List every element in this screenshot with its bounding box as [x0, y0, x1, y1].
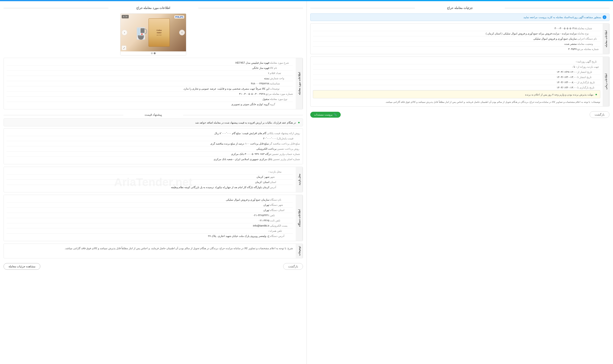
location-content: محل بازدید: - شهر: شهر: کرمان استان: است…	[4, 167, 296, 192]
svg-point-4	[141, 33, 143, 35]
description-section: توضیحات شرح: با توجه به اعلام مشخصات و ت…	[3, 244, 303, 258]
item-details-content: شرح مورد معامله: قهوه ساز فیلیپس مدل HD7…	[4, 58, 296, 109]
left-buttons-row: بازگشت 📎 پروست مستندات	[310, 109, 610, 120]
price-notice: ● در هنگام عقد قرارداد، مالیات بر ارزش ا…	[3, 118, 303, 126]
price-section: روش ارائه پیشنهاد قیمت پلکانی: گام های ا…	[3, 128, 303, 164]
device-info-label: اطلاعات دستگاه	[296, 195, 303, 241]
item-details-section: اطلاعات مورد معامله شرح مورد معامله: قهو…	[3, 58, 303, 109]
product-image-inner: Coffeemaker HD7457	[120, 14, 186, 52]
price-row-4: روش پرداخت تضمین: پرداخت الکترونیکی	[7, 146, 300, 152]
item-row-2: نام کالا: قهوه ساز خانگی	[7, 65, 293, 71]
location-row-3: استان: استان: کرمان	[7, 180, 293, 185]
time-notice: ● مهلت پذیرش برنده بودن و واریز وجه ۷ رو…	[313, 90, 600, 98]
bullet-icon: ●	[595, 92, 597, 96]
item-row-3: تعداد اقلام: ۱	[7, 71, 293, 76]
image-prev-button[interactable]: ‹	[122, 30, 127, 35]
price-row-5: شماره حساب واریز تضمین: درگاه ۳۰۰۰۰۵۰۹۳۷…	[7, 152, 300, 157]
location-row-4: آدرس: کرمان بلوارگاه بازگاه کار امام بعد…	[7, 185, 293, 190]
dot-1	[154, 52, 156, 54]
price-row-3: مبلغ قابل پرداخت مناقصه گر: مبلغ قابل پر…	[7, 141, 300, 146]
expand-image-button[interactable]: ⤢	[122, 46, 126, 50]
item-row-4: واحد شمارش: بسته	[7, 76, 293, 81]
time-row-3: تاریخ انتشار از: ۱۴۰۳/۰۶/۲۷-۱۲:۰۰	[313, 70, 600, 75]
trans-row-1: شماره معامله: ۳۰۰-۳۰۰۵۰۵۰۵۰۳۱۸	[313, 26, 600, 31]
svg-rect-1	[137, 28, 140, 35]
time-row-4: تاریخ انتشار تا: ۱۴۰۳/۰۶/۳۰-۱۴:۰۰	[313, 75, 600, 80]
trans-row-3: نام دستگاه اجرایی: سازمان جمع آوری و فرو…	[313, 36, 600, 41]
right-panel: اطلاعات مورد معامله حراج ۲ / ۲ PHILIPS C…	[0, 1, 307, 364]
detail-button[interactable]: مشاهده جزئیات معامله	[3, 263, 40, 270]
item-details-label: اطلاعات مورد معامله	[296, 58, 303, 109]
image-next-button[interactable]: ›	[179, 30, 185, 35]
price-section-title: پیشنهاد قیمت	[3, 112, 303, 118]
transaction-label: اطلاعات معامله	[603, 24, 609, 54]
device-row-8: آدرس دستگاه: خ. ولیعصر روبروی پارک ملت خ…	[7, 234, 293, 239]
device-row-1: نام دستگاه: سازمان جمع آوری و فروش اموال…	[7, 197, 293, 203]
product-image: ۲ / ۲ PHILIPS Coffeemaker HD7457	[120, 14, 186, 52]
item-row-1: شرح مورد معامله: قهوه ساز فیلیپس مدل HD7…	[7, 60, 293, 65]
info-icon: i	[603, 15, 606, 19]
price-row-6: شماره اصلی واریز تضمین: بانک مرکزی جمهور…	[7, 157, 300, 162]
description-label: توضیحات	[296, 244, 303, 258]
image-dots	[120, 52, 186, 55]
transaction-info-box: اطلاعات معامله شماره معامله: ۳۰۰-۳۰۰۵۰۵۰…	[310, 23, 610, 54]
item-row-6: توضیحات: این کالا صرفاً جهت مصرف شخصی بو…	[7, 86, 293, 91]
docs-button[interactable]: 📎 پروست مستندات	[310, 112, 341, 118]
device-row-6: پست الکترونیکی: info@tamliki.ir	[7, 223, 293, 228]
right-section-title: اطلاعات مورد معامله حراج	[3, 5, 303, 11]
left-panel: جزئیات معامله حراج i بمنظور مشاهده آگهی …	[307, 1, 613, 364]
time-row-2: جهت بازدید روزانه از: - تا -	[313, 64, 600, 70]
location-section: محل بازدید محل بازدید: - شهر: شهر: کرمان…	[3, 167, 303, 192]
right-buttons-row: بازگشت مشاهده جزئیات معامله	[3, 261, 303, 272]
item-row-5: شناسنامه: ۴۸۸۰۰۰۴۳۵۷۲۷۸	[7, 81, 293, 86]
coffee-box: Coffeemaker HD7457	[149, 18, 170, 47]
location-row-2: شهر: شهر: کرمان	[7, 174, 293, 180]
time-row-5: تاریخ بازگذاری از: ۱۴۰۳/۰۶/۳۰-۰۸:۰۰	[313, 80, 600, 85]
time-row-1: تاریخ آگهی روزنامه: -	[313, 59, 600, 64]
back-button-left[interactable]: بازگشت	[590, 111, 610, 118]
coffee-maker-svg	[134, 23, 149, 42]
device-row-7: تلفن همراه: -	[7, 228, 293, 234]
back-button-right[interactable]: بازگشت	[283, 263, 303, 270]
location-row-1: محل بازدید: -	[7, 169, 293, 174]
price-row-2: قیمت پایه(ریال): ۲۰٬۰۰۰٬۰۰۰	[7, 136, 300, 141]
trans-row-4: وضعیت معامله: منتشر شده	[313, 41, 600, 47]
description-content: شرح: با توجه به اعلام مشخصات و تصاویر کا…	[4, 244, 296, 258]
device-row-2: شهر دستگاه: تهران	[7, 203, 293, 208]
trans-row-5: شماره معامله مرجع: ۳۰۳۵۳۷	[313, 47, 600, 52]
price-bullet-icon: ●	[298, 120, 300, 124]
svg-rect-3	[138, 35, 144, 37]
device-row-3: استان دستگاه: تهران	[7, 208, 293, 213]
item-row-8: نوع مورد معامله: منقول	[7, 97, 293, 102]
left-section-title: جزئیات معامله حراج	[310, 5, 610, 11]
dot-2	[151, 52, 153, 54]
clip-icon: 📎	[334, 113, 337, 116]
device-info-content: نام دستگاه: سازمان جمع آوری و فروش اموال…	[4, 195, 296, 241]
svg-rect-2	[141, 28, 144, 33]
time-label: اطلاعات زمانی	[603, 57, 609, 106]
svg-rect-5	[137, 27, 145, 28]
trans-row-2: نوع معامله: مزایده مزایده - مزایده فروش …	[313, 31, 600, 36]
time-content: تاریخ آگهی روزنامه: - جهت بازدید روزانه …	[311, 57, 603, 106]
device-row-5: تلفن ثابت: ۰۲۱-۳۳۶۵	[7, 218, 293, 223]
product-image-container: ۲ / ۲ PHILIPS Coffeemaker HD7457	[120, 13, 186, 55]
price-content: روش ارائه پیشنهاد قیمت پلکانی: گام های ا…	[4, 129, 303, 164]
item-row-7: شماره مورد معامله مرجع: ۳۱۰-۳۰۰۵۰۵۰-۳۰۰۴…	[7, 91, 293, 97]
time-info-box: اطلاعات زمانی تاریخ آگهی روزنامه: - جهت …	[310, 57, 610, 106]
transaction-content: شماره معامله: ۳۰۰-۳۰۰۵۰۵۰۵۰۳۱۸ نوع معامل…	[311, 24, 603, 54]
notice-bar: i بمنظور مشاهده آگهی روزنامه/اسناد معامل…	[310, 13, 610, 21]
item-row-9: گروه: گروه: لوازم خانگی صوتی و تصویری	[7, 102, 293, 107]
price-row-1: روش ارائه پیشنهاد قیمت پلکانی: گام های ا…	[7, 131, 300, 136]
time-description: توضیحات: با توجه به اعلام مشخصات و تصاوی…	[313, 100, 600, 104]
device-row-4: تلفن: ۰۲۱-۳۳۶۵۳۳۳۱	[7, 213, 293, 218]
time-row-6: تاریخ بازگذاری تا: ۱۴۰۳/۰۶/۳۰-۱۴:۰۰	[313, 85, 600, 90]
location-label: محل بازدید	[296, 167, 303, 192]
device-info-section: اطلاعات دستگاه نام دستگاه: سازمان جمع آو…	[3, 195, 303, 241]
description-text: شرح: با توجه به اعلام مشخصات و تصاویر کا…	[7, 246, 293, 251]
